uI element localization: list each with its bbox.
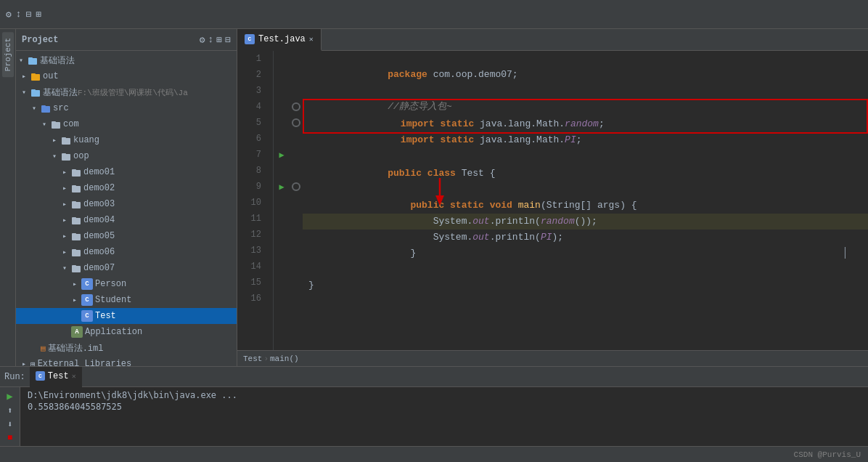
toolbar-icon-filter[interactable]: ⊟ xyxy=(26,9,32,20)
arrow-module xyxy=(22,88,30,97)
icon-demo07 xyxy=(71,263,81,273)
breadcrumb: Test › main() xyxy=(237,350,868,366)
status-text: CSDN @Purvis_U xyxy=(794,450,861,459)
panel-icon-collapse[interactable]: ⊟ xyxy=(225,34,231,46)
run-marker-11 xyxy=(274,211,290,227)
arrow-student xyxy=(73,296,81,304)
project-tab-vertical[interactable]: Project xyxy=(2,32,14,77)
stop-down-button[interactable]: ⬇ xyxy=(7,419,12,430)
code-10-rest: ()); xyxy=(575,216,597,227)
kw-package: package xyxy=(388,69,427,80)
tree-item-module[interactable]: 基础语法 F:\班级管理\网课班\代码\Ja xyxy=(16,84,237,100)
icon-test: C xyxy=(81,310,93,322)
label-kuang: kuang xyxy=(73,135,99,145)
toolbar-icon-collapse[interactable]: ⊞ xyxy=(36,9,41,20)
run-marker-12 xyxy=(274,227,290,243)
tree-item-application[interactable]: A Application xyxy=(16,324,237,340)
tree-item-src[interactable]: src xyxy=(16,100,237,116)
run-arrow-7[interactable]: ▶ xyxy=(279,150,284,161)
code-10-print: .println( xyxy=(490,216,541,227)
label-student: Student xyxy=(95,295,131,305)
svg-rect-19 xyxy=(72,201,76,203)
tree-item-demo02[interactable]: demo02 xyxy=(16,180,237,196)
tree-item-root[interactable]: 基础语法 xyxy=(16,52,237,68)
bookmark-9 xyxy=(292,182,300,191)
bottom-tab-label: Test xyxy=(48,371,69,381)
label-root: 基础语法 xyxy=(40,54,75,67)
panel-icon-sort[interactable]: ↕ xyxy=(208,34,214,46)
bg-4 xyxy=(290,99,303,115)
tree-item-demo05[interactable]: demo05 xyxy=(16,228,237,244)
tree-item-demo04[interactable]: demo04 xyxy=(16,212,237,228)
run-button[interactable]: ▶ xyxy=(7,390,12,402)
panel-title: Project xyxy=(22,35,58,45)
tree-item-person[interactable]: C Person xyxy=(16,276,237,292)
bg-16 xyxy=(290,291,303,307)
tree-item-external-libs[interactable]: ⊞ External Libraries xyxy=(16,356,237,366)
label-com: com xyxy=(63,119,79,129)
tree-item-kuang[interactable]: kuang xyxy=(16,132,237,148)
bookmark-gutter xyxy=(290,51,303,350)
ln-11: 11 xyxy=(237,211,267,227)
run-marker-7[interactable]: ▶ xyxy=(274,147,290,163)
code-5-semi: ; xyxy=(576,134,582,145)
stop-button[interactable]: ■ xyxy=(7,433,12,443)
tree-item-oop[interactable]: oop xyxy=(16,148,237,164)
run-marker-9[interactable]: ▶ xyxy=(274,179,290,195)
bottom-tab-test[interactable]: C Test ✕ xyxy=(30,367,82,387)
tree-item-out[interactable]: out xyxy=(16,68,237,84)
indent-10: System. xyxy=(388,216,472,227)
bottom-run-toolbar: ▶ ⬆ ⬇ ■ ■ xyxy=(0,387,20,446)
text-cursor: | xyxy=(844,244,846,260)
toolbar-icon-sort[interactable]: ↕ xyxy=(16,9,22,20)
panel-icon-settings[interactable]: ⚙ xyxy=(200,34,205,46)
toolbar-icon-settings[interactable]: ⚙ xyxy=(6,9,12,20)
tree-item-demo07[interactable]: demo07 xyxy=(16,260,237,276)
bg-10 xyxy=(290,195,303,211)
arrow-demo05 xyxy=(62,232,71,240)
code-1-rest: com.oop.demo07; xyxy=(427,69,518,80)
bottom-run-content: D:\Environment\jdk8\jdk\bin\java.exe ...… xyxy=(20,387,868,446)
svg-rect-3 xyxy=(31,73,36,76)
run-marker-6 xyxy=(274,131,290,147)
tree-item-com[interactable]: com xyxy=(16,116,237,132)
code-lines[interactable]: package com.oop.demo07; //静态导入包~ im xyxy=(303,51,868,350)
bottom-panel: Run: C Test ✕ ▶ ⬆ ⬇ ■ ■ D:\Environment\j… xyxy=(0,366,868,446)
tree-item-student[interactable]: C Student xyxy=(16,292,237,308)
bottom-tabs: Run: C Test ✕ xyxy=(0,367,868,387)
bg-5 xyxy=(290,115,303,131)
sp7b: Test { xyxy=(456,168,496,179)
run-arrow-9[interactable]: ▶ xyxy=(279,182,284,192)
svg-rect-9 xyxy=(52,121,56,123)
editor-tab-test[interactable]: C Test.java ✕ xyxy=(237,29,322,51)
code-4-rest: java.lang.Math. xyxy=(474,118,565,129)
bottom-tab-close[interactable]: ✕ xyxy=(72,372,76,381)
tree-item-iml[interactable]: ▤ 基础语法.iml xyxy=(16,340,237,356)
run-marker-8 xyxy=(274,163,290,179)
ln-14: 14 xyxy=(237,259,267,275)
arrow-demo03 xyxy=(62,200,71,208)
svg-rect-27 xyxy=(72,265,76,267)
stop-up-button[interactable]: ⬆ xyxy=(7,405,12,416)
panel-title-text: Project xyxy=(22,35,58,45)
arrow-out xyxy=(22,72,30,81)
tree-item-demo01[interactable]: demo01 xyxy=(16,164,237,180)
code-4-random: random xyxy=(565,118,599,129)
bookmark-4 xyxy=(292,102,300,111)
run-marker-15 xyxy=(274,275,290,291)
tab-label-test: Test.java xyxy=(258,34,306,44)
tab-close-test[interactable]: ✕ xyxy=(309,35,314,44)
tree-item-test[interactable]: C Test xyxy=(16,308,237,324)
sp9b xyxy=(484,200,490,211)
label-test: Test xyxy=(95,311,116,321)
ln-2: 2 xyxy=(237,67,267,83)
icon-demo06 xyxy=(71,247,81,257)
run-gutter: ▶ ▶ xyxy=(274,51,290,350)
icon-external-libs: ⊞ xyxy=(30,360,36,367)
ln-12: 12 xyxy=(237,227,267,243)
icon-root xyxy=(28,55,38,65)
tree-item-demo03[interactable]: demo03 xyxy=(16,196,237,212)
panel-icon-expand[interactable]: ⊞ xyxy=(216,34,222,46)
tree-item-demo06[interactable]: demo06 xyxy=(16,244,237,260)
breadcrumb-part-1: Test xyxy=(243,354,262,363)
